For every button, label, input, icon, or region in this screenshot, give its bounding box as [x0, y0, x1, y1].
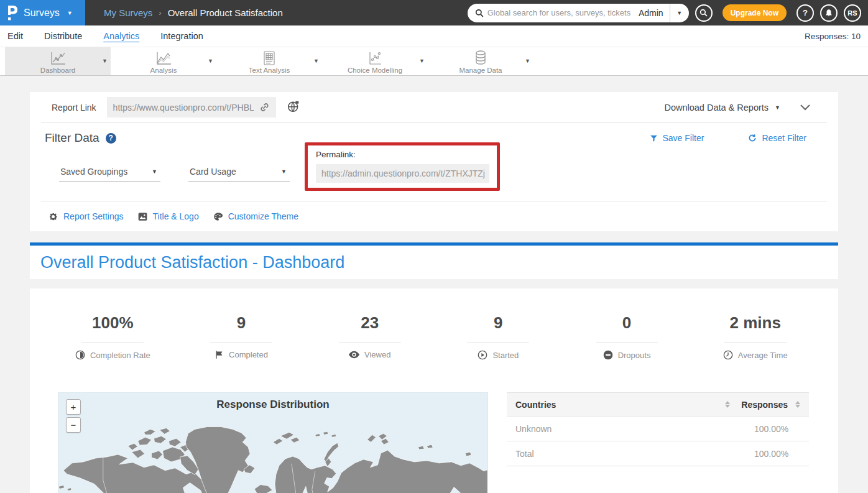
toolbar-dashboard[interactable]: Dashboard ▼: [5, 47, 111, 75]
country-cell: Unknown: [515, 424, 754, 434]
stat-started: 9 Started: [434, 313, 563, 360]
stat-label: Dropouts: [618, 351, 651, 360]
stat-label: Completion Rate: [90, 351, 150, 360]
toolbar-dashboard-label: Dashboard: [40, 67, 75, 74]
tab-edit[interactable]: Edit: [7, 31, 23, 41]
permalink-input[interactable]: https://admin.questionpro.com/t/ZTHXJTZj: [316, 164, 489, 183]
stat-average-time: 2 mins Average Time: [691, 313, 820, 360]
eye-icon: [349, 350, 359, 359]
country-cell: Total: [515, 449, 754, 459]
bottom-row: Response Distribution + − Countries Resp…: [30, 392, 838, 493]
dashboard-chart-icon: [50, 50, 66, 65]
toolbar-choice-modelling[interactable]: Choice Modelling ▼: [322, 47, 428, 75]
map-zoom-in-button[interactable]: +: [66, 399, 81, 415]
chevron-down-icon[interactable]: ▼: [419, 58, 425, 64]
saved-groupings-select[interactable]: Saved Groupings▼: [59, 162, 160, 182]
link-icon: [259, 102, 270, 113]
sort-icon[interactable]: [795, 401, 800, 408]
breadcrumb-separator-icon: ›: [159, 8, 161, 17]
help-circle-icon[interactable]: ?: [106, 133, 116, 144]
countries-column-header[interactable]: Countries: [515, 400, 725, 410]
card-usage-select[interactable]: Card Usage▼: [188, 162, 290, 182]
toolbar-text-analysis[interactable]: Text Analysis ▼: [216, 47, 322, 75]
minus-circle-icon: [603, 350, 613, 360]
stat-value: 2 mins: [730, 313, 781, 333]
chevron-down-icon: ▼: [281, 168, 287, 175]
flag-icon: [215, 350, 224, 359]
search-button[interactable]: [695, 4, 713, 22]
palette-icon: [213, 212, 223, 221]
countries-table-header: Countries Responses: [507, 392, 809, 417]
filter-section: Filter Data ? Save Filter Reset Filter S…: [30, 123, 838, 201]
chevron-down-icon[interactable]: ▼: [208, 58, 213, 64]
sort-icon[interactable]: [725, 401, 730, 408]
report-settings-button[interactable]: Report Settings: [48, 211, 124, 221]
reset-filter-button[interactable]: Reset Filter: [748, 133, 806, 143]
help-button[interactable]: ?: [796, 4, 814, 22]
avatar[interactable]: RS: [844, 4, 861, 22]
bell-icon: [824, 9, 833, 17]
stat-completion-rate: 100% Completion Rate: [48, 313, 177, 360]
permalink-highlight-box: Permalink: https://admin.questionpro.com…: [305, 142, 500, 191]
download-data-reports[interactable]: Download Data & Reports ▼: [664, 103, 780, 113]
title-logo-button[interactable]: Title & Logo: [138, 211, 199, 221]
toolbar-analysis[interactable]: Analysis ▼: [111, 47, 216, 75]
breadcrumb-survey-name: Overall Product Satisfaction: [168, 7, 283, 18]
customize-theme-button[interactable]: Customize Theme: [213, 211, 298, 221]
toolbar-manage-data[interactable]: Manage Data ▼: [428, 47, 533, 75]
database-icon: [474, 50, 487, 65]
stat-dropouts: 0 Dropouts: [563, 313, 691, 360]
search-scope[interactable]: Admin: [639, 8, 670, 18]
chevron-down-icon[interactable]: ▼: [313, 58, 319, 64]
upgrade-button[interactable]: Upgrade Now: [723, 4, 787, 21]
search-scope-caret-icon[interactable]: ▼: [670, 10, 689, 16]
stat-value: 23: [361, 313, 379, 333]
table-row: Unknown 100.00%: [507, 417, 809, 441]
report-link-input[interactable]: https://www.questionpro.com/t/PHBL: [107, 97, 276, 117]
stat-label: Completed: [229, 350, 268, 359]
page: Surveys ▼ My Surveys › Overall Product S…: [0, 0, 868, 493]
report-link-row: Report Link https://www.questionpro.com/…: [30, 92, 838, 122]
stat-value: 100%: [92, 313, 134, 333]
gear-icon: [48, 212, 58, 221]
globe-privacy-icon[interactable]: [287, 100, 300, 115]
questionpro-logo-icon: [8, 6, 17, 21]
toolbar-analysis-label: Analysis: [150, 67, 177, 74]
breadcrumb: My Surveys › Overall Product Satisfactio…: [104, 7, 283, 18]
stats-row: 100% Completion Rate 9 Completed: [30, 313, 838, 360]
content: Report Link https://www.questionpro.com/…: [0, 76, 868, 493]
toolbar-choice-modelling-label: Choice Modelling: [348, 67, 402, 74]
page-title: Overall Product Satisfaction - Dashboard: [40, 253, 344, 272]
tab-analytics[interactable]: Analytics: [103, 31, 139, 41]
responses-column-header[interactable]: Responses: [741, 400, 788, 410]
chevron-down-icon[interactable]: ▼: [525, 58, 530, 64]
analytics-toolbar: Dashboard ▼ Analysis ▼ Text Analysis ▼ C…: [0, 47, 868, 76]
toolbar-text-analysis-label: Text Analysis: [249, 67, 290, 74]
breadcrumb-my-surveys[interactable]: My Surveys: [104, 7, 152, 18]
settings-row: Report Settings Title & Logo Customize T…: [30, 201, 838, 231]
map-zoom-out-button[interactable]: −: [66, 417, 81, 433]
stat-label: Started: [492, 351, 519, 360]
chevron-down-icon: ▼: [775, 104, 780, 111]
download-label: Download Data & Reports: [664, 103, 769, 113]
title-card: Overall Product Satisfaction - Dashboard: [30, 246, 838, 279]
collapse-chevron-icon[interactable]: [800, 102, 810, 113]
search-icon: [475, 9, 484, 17]
product-switcher[interactable]: Surveys ▼: [0, 0, 85, 25]
funnel-icon: [650, 134, 658, 142]
stat-viewed: 23 Viewed: [305, 313, 434, 360]
chevron-down-icon[interactable]: ▼: [102, 58, 108, 64]
tab-integration[interactable]: Integration: [160, 31, 203, 41]
chevron-down-icon: ▼: [152, 168, 157, 175]
save-filter-button[interactable]: Save Filter: [650, 133, 704, 143]
report-link-value: https://www.questionpro.com/t/PHBL: [113, 103, 259, 113]
filter-data-title: Filter Data: [45, 131, 99, 145]
search-input[interactable]: [484, 8, 639, 17]
responses-cell: 100.00%: [754, 449, 800, 459]
report-link-label: Report Link: [52, 103, 96, 113]
response-distribution-map[interactable]: Response Distribution + −: [58, 392, 488, 493]
global-search[interactable]: Admin ▼: [468, 4, 689, 22]
notifications-button[interactable]: [820, 4, 838, 22]
report-card: Report Link https://www.questionpro.com/…: [30, 92, 838, 231]
tab-distribute[interactable]: Distribute: [44, 31, 82, 41]
